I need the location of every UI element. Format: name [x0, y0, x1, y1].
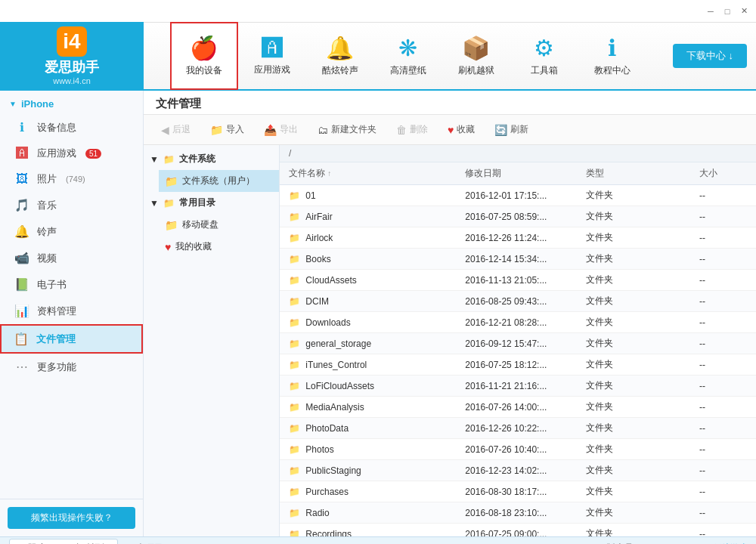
col-name-header[interactable]: 文件名称 ↑	[280, 162, 456, 185]
ringtone-sidebar-icon: 🔔	[14, 224, 29, 239]
table-row[interactable]: 📁 PhotoData2016-12-26 10:22:...文件夹--	[280, 418, 756, 439]
file-size-cell: --	[690, 206, 756, 227]
sidebar-item-ebook[interactable]: 📗 电子书	[0, 271, 143, 298]
file-modified-cell: 2016-07-26 10:40:...	[456, 439, 577, 460]
table-row[interactable]: 📁 LoFiCloudAssets2016-11-21 21:16:...文件夹…	[280, 376, 756, 397]
table-row[interactable]: 📁 MediaAnalysis2016-07-26 14:00:...文件夹--	[280, 397, 756, 418]
tree-common-group[interactable]: ▼ 📁 常用目录	[144, 192, 279, 214]
ebook-icon: 📗	[14, 277, 29, 292]
my-device-icon: 🍎	[190, 35, 218, 61]
col-size-header[interactable]: 大小	[690, 162, 756, 185]
table-row[interactable]: 📁 Recordings2016-07-25 09:00:...文件夹--	[280, 524, 756, 537]
new-folder-btn[interactable]: 🗂 新建文件夹	[309, 119, 385, 140]
folder-icon: 📁	[289, 338, 302, 349]
file-name-cell: 📁 MediaAnalysis	[280, 397, 456, 418]
col-modified-header[interactable]: 修改日期	[456, 162, 577, 185]
nav-wallpaper[interactable]: ❋ 高清壁纸	[374, 22, 442, 90]
minimize-btn[interactable]: ─	[705, 5, 717, 17]
tree-common-children: 📁 移动硬盘 ♥ 我的收藏	[144, 214, 279, 258]
delete-btn[interactable]: 🗑 删除	[388, 119, 436, 140]
tree-user-fs[interactable]: 📁 文件系统（用户）	[159, 170, 279, 192]
nav-toolbox[interactable]: ⚙ 工具箱	[510, 22, 578, 90]
file-modified-cell: 2016-12-21 08:28:...	[456, 312, 577, 333]
folder-icon: 📁	[289, 317, 302, 328]
table-row[interactable]: 📁 general_storage2016-09-12 15:47:...文件夹…	[280, 333, 756, 354]
table-row[interactable]: 📁 AirFair2016-07-25 08:59:...文件夹--	[280, 206, 756, 227]
freq-error-btn[interactable]: 频繁出现操作失败？	[8, 507, 135, 529]
window-controls[interactable]: ─ □ ✕	[705, 5, 750, 17]
file-modified-cell: 2016-08-18 23:10:...	[456, 502, 577, 524]
table-row[interactable]: 📁 Downloads2016-12-21 08:28:...文件夹--	[280, 312, 756, 333]
refresh-btn[interactable]: 🔄 刷新	[486, 119, 537, 140]
app-game-icon: 🅰	[262, 36, 283, 60]
sidebar-item-data-mgmt[interactable]: 📊 资料管理	[0, 298, 143, 324]
file-name-cell: 📁 Downloads	[280, 312, 456, 333]
ebook-label: 电子书	[37, 278, 67, 292]
file-list: / 文件名称 ↑ 修改日期 类型 大小 📁 012016-12-01 17:15…	[280, 145, 756, 536]
back-btn[interactable]: ◀ 后退	[153, 119, 199, 140]
table-row[interactable]: 📁 PublicStaging2016-12-23 14:02:...文件夹--	[280, 460, 756, 481]
my-device-label: 我的设备	[186, 64, 222, 77]
table-row[interactable]: 📁 Books2016-12-14 15:34:...文件夹--	[280, 249, 756, 270]
nav-tutorial[interactable]: ℹ 教程中心	[578, 22, 646, 90]
nav-my-device[interactable]: 🍎 我的设备	[170, 22, 238, 90]
close-btn[interactable]: ✕	[738, 5, 750, 17]
file-size-cell: --	[690, 376, 756, 397]
user-fs-label: 文件系统（用户）	[182, 175, 255, 187]
tutorial-label: 教程中心	[594, 64, 631, 77]
title-bar: ─ □ ✕	[0, 0, 756, 23]
import-btn[interactable]: 📁 导入	[202, 119, 253, 140]
file-size-cell: --	[690, 460, 756, 481]
folder-icon: 📁	[289, 508, 302, 518]
sidebar-device-label: iPhone	[21, 98, 54, 110]
favorite-btn[interactable]: ♥ 收藏	[439, 119, 483, 140]
folder-icon: 📁	[289, 275, 302, 286]
export-label: 导出	[280, 123, 298, 136]
table-row[interactable]: 📁 Purchases2016-08-30 18:17:...文件夹--	[280, 481, 756, 502]
mobile-hdd-icon: 📁	[165, 219, 178, 231]
toolbox-icon: ⚙	[534, 35, 554, 61]
wallpaper-icon: ❋	[398, 35, 417, 61]
file-type-cell: 文件夹	[577, 397, 690, 418]
file-name-cell: 📁 Books	[280, 249, 456, 270]
tree-mobile-hdd[interactable]: 📁 移动硬盘	[159, 214, 279, 236]
table-row[interactable]: 📁 Photos2016-07-26 10:40:...文件夹--	[280, 439, 756, 460]
tree-favorites[interactable]: ♥ 我的收藏	[159, 236, 279, 258]
nav-ringtone[interactable]: 🔔 酷炫铃声	[306, 22, 374, 90]
table-row[interactable]: 📁 Airlock2016-12-26 11:24:...文件夹--	[280, 227, 756, 249]
export-btn[interactable]: 📤 导出	[256, 119, 306, 140]
table-row[interactable]: 📁 Radio2016-08-18 23:10:...文件夹--	[280, 502, 756, 524]
file-name-cell: 📁 PhotoData	[280, 418, 456, 439]
sidebar-item-photos[interactable]: 🖼 照片 (749)	[0, 166, 143, 192]
sidebar-item-ringtone[interactable]: 🔔 铃声	[0, 218, 143, 245]
folder-icon: 📁	[289, 487, 302, 497]
logo-icon: i4	[57, 26, 87, 57]
maximize-btn[interactable]: □	[721, 5, 733, 17]
nav-app-game[interactable]: 🅰 应用游戏	[238, 22, 306, 90]
favorites-icon: ♥	[165, 241, 171, 253]
music-label: 音乐	[37, 199, 57, 212]
device-info-icon: ℹ	[14, 120, 29, 134]
itunes-btn[interactable]: ⊘ 阻止iTunes自动运行	[9, 539, 118, 544]
table-row[interactable]: 📁 DCIM2016-08-25 09:43:...文件夹--	[280, 291, 756, 312]
sidebar-item-file-mgmt[interactable]: 📋 文件管理	[0, 324, 143, 354]
sidebar-item-music[interactable]: 🎵 音乐	[0, 192, 143, 218]
sidebar-item-more[interactable]: ⋯ 更多功能	[0, 354, 143, 380]
file-browser: ▼ 📁 文件系统 📁 文件系统（用户） ▼ 📁 常用目录	[144, 145, 756, 536]
nav-jailbreak[interactable]: 📦 刷机越狱	[442, 22, 510, 90]
folder-icon: 📁	[289, 402, 302, 413]
file-size-cell: --	[690, 418, 756, 439]
folder-icon: 📁	[289, 360, 302, 370]
table-row[interactable]: 📁 iTunes_Control2016-07-25 18:12:...文件夹-…	[280, 354, 756, 376]
col-type-header[interactable]: 类型	[577, 162, 690, 185]
sidebar-item-app-game[interactable]: 🅰 应用游戏 51	[0, 141, 143, 166]
table-row[interactable]: 📁 012016-12-01 17:15:...文件夹--	[280, 185, 756, 206]
sidebar-item-video[interactable]: 📹 视频	[0, 245, 143, 271]
download-center-btn[interactable]: 下载中心 ↓	[673, 44, 747, 68]
sidebar-item-device-info[interactable]: ℹ 设备信息	[0, 114, 143, 141]
file-modified-cell: 2016-07-25 09:00:...	[456, 524, 577, 537]
file-modified-cell: 2016-07-25 08:59:...	[456, 206, 577, 227]
jailbreak-label: 刷机越狱	[458, 64, 494, 77]
tree-filesystem-group[interactable]: ▼ 📁 文件系统	[144, 148, 279, 170]
table-row[interactable]: 📁 CloudAssets2016-11-13 21:05:...文件夹--	[280, 270, 756, 291]
